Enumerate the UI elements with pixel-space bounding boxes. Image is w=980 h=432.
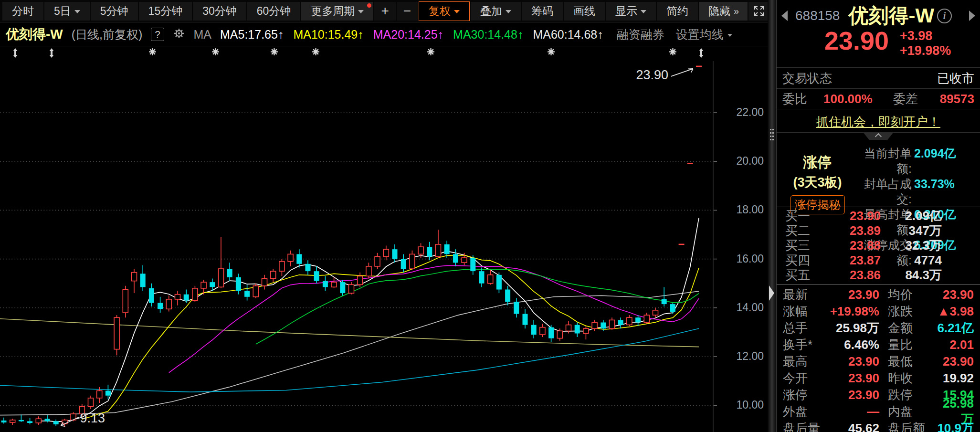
button-label: − [403, 3, 411, 19]
stat-label: 换手* [783, 337, 827, 353]
period-toolbar: 分时5日5分钟15分钟30分钟60分钟更多周期+−复权叠加筹码画线显示简约隐藏» [0, 0, 768, 22]
chips-button[interactable]: 筹码 [522, 2, 563, 21]
chart-symbol-name: 优刻得-W [6, 25, 63, 43]
price-tick-label: 16.00 [714, 253, 764, 265]
zoom-out-button[interactable]: − [397, 2, 418, 21]
limit-up-detail-row: 封单占成交:33.73% [850, 176, 975, 207]
ma-legend-bar: 优刻得-W (日线,前复权) ? MA MA5:17.65↑MA10:15.49… [0, 23, 768, 46]
margin-trading-button[interactable]: 融资融券 [617, 27, 664, 42]
last-price: 23.90 [824, 26, 889, 55]
button-label: 筹码 [531, 4, 553, 19]
button-label: 5分钟 [100, 4, 128, 19]
bid-label: 买三 [785, 237, 820, 254]
button-label: 隐藏 [708, 4, 730, 19]
adjust-price-button[interactable]: 复权 [419, 1, 470, 21]
tab-minute[interactable]: 分时 [2, 2, 43, 21]
stat-label: 涨幅 [783, 303, 827, 320]
weibi-value: 100.00% [823, 92, 873, 106]
stat-row: 外盘—内盘25.98万 [777, 403, 980, 420]
zoom-in-button[interactable]: + [374, 2, 395, 21]
stat-value: 2.01 [932, 337, 974, 352]
button-label: + [381, 3, 389, 19]
open-account-link[interactable]: 抓住机会，即刻开户！ [816, 115, 940, 129]
tab-5min[interactable]: 5分钟 [91, 2, 138, 21]
bid-price: 23.90 [820, 209, 881, 223]
info-icon[interactable]: i [937, 9, 952, 23]
quote-panel: 688158 优刻得-W i 23.90 +3.98 +19.98% 交易状态 … [776, 0, 980, 432]
button-label: 简约 [666, 4, 688, 19]
stat-value: 23.90 [827, 354, 879, 369]
detail-label: 当前封单额: [850, 146, 912, 176]
gear-icon[interactable] [173, 27, 185, 42]
double-chevron-icon: » [734, 6, 738, 17]
draw-line-button[interactable]: 画线 [564, 2, 605, 21]
bid-row[interactable]: 买五23.8684.3万 [777, 268, 980, 283]
panel-splitter[interactable] [768, 0, 776, 432]
bid-row[interactable]: 买一23.902.09亿 [777, 209, 980, 223]
button-label: 融资融券 [617, 27, 664, 42]
tab-15min[interactable]: 15分钟 [139, 2, 192, 21]
bid-label: 买五 [785, 267, 820, 284]
tab-30min[interactable]: 30分钟 [193, 2, 246, 21]
event-marker-icon[interactable] [270, 48, 278, 58]
stat-label: 内盘 [888, 403, 932, 420]
stat-label: 最新 [783, 286, 827, 303]
ex-rights-marker-icon[interactable] [12, 48, 19, 60]
weicha-value: 89573 [918, 92, 974, 106]
display-button[interactable]: 显示 [606, 2, 656, 21]
more-periods-button[interactable]: 更多周期 [301, 2, 373, 21]
bid-volume: 2.09亿 [881, 208, 942, 224]
event-marker-icon[interactable] [211, 48, 220, 58]
tab-60min[interactable]: 60分钟 [247, 2, 301, 21]
trade-status-row: 交易状态 已收市 [777, 70, 980, 87]
stat-row: 涨幅+19.98%涨跌▲3.98 [777, 303, 980, 320]
splitter-grip[interactable] [769, 128, 774, 142]
stat-label: 涨停 [783, 387, 827, 403]
weibi-label: 委比 [782, 91, 807, 107]
stat-value: 19.92 [932, 371, 974, 386]
chevron-down-icon [727, 34, 732, 37]
simple-mode-button[interactable]: 简约 [657, 2, 698, 21]
ma-legend-item: MA60:14.68↑ [533, 28, 603, 42]
panel-collapse-arrow-icon[interactable] [769, 285, 774, 301]
bid-row[interactable]: 买四23.874774 [777, 253, 980, 268]
event-marker-icon[interactable] [427, 48, 435, 58]
ex-rights-marker-icon[interactable] [48, 48, 55, 60]
event-marker-icon[interactable] [312, 48, 320, 58]
button-label: 60分钟 [257, 4, 291, 19]
bid-label: 买一 [785, 208, 820, 224]
bid-row[interactable]: 买三23.8832.3万 [777, 238, 980, 253]
event-marker-icon[interactable] [148, 48, 157, 58]
trade-status-label: 交易状态 [782, 70, 832, 87]
price-tick-label: 18.00 [714, 203, 764, 216]
stat-value: 45.62 [827, 421, 879, 432]
help-icon[interactable]: ? [151, 28, 164, 41]
stat-label: 跌停 [888, 387, 932, 403]
price-tick-label: 12.00 [714, 350, 764, 363]
prev-stock-arrow-icon[interactable] [781, 11, 788, 21]
event-marker-icon[interactable] [669, 48, 677, 58]
next-stock-arrow-icon[interactable] [969, 11, 975, 21]
quote-header: 688158 优刻得-W i [777, 4, 980, 28]
ex-rights-marker-icon[interactable] [698, 48, 705, 60]
collapse-tab[interactable] [863, 132, 894, 140]
stat-label: 均价 [888, 286, 932, 303]
overlay-button[interactable]: 叠加 [471, 2, 521, 21]
bid-row[interactable]: 买二23.89347万 [777, 223, 980, 238]
ma-settings-button[interactable]: 设置均线 [676, 27, 732, 42]
fullscreen-button[interactable] [748, 2, 769, 21]
tab-5day[interactable]: 5日 [44, 2, 90, 21]
stat-row: 今开23.90昨收19.92 [777, 370, 980, 387]
hide-button[interactable]: 隐藏» [699, 2, 748, 21]
notification-dot [367, 3, 371, 8]
candlestick-chart[interactable]: 23.909.13 [0, 47, 768, 432]
button-label: 5日 [54, 4, 71, 19]
price-change: +3.98 +19.98% [900, 29, 951, 58]
stat-value: 23.90 [932, 354, 974, 369]
trade-status-value: 已收市 [937, 70, 974, 87]
change-percent: +19.98% [900, 43, 951, 58]
bid-label: 买四 [785, 252, 820, 269]
ma-legend-item: MA5:17.65↑ [220, 28, 284, 42]
stat-value: 23.90 [932, 287, 974, 302]
event-marker-icon[interactable] [547, 48, 555, 58]
